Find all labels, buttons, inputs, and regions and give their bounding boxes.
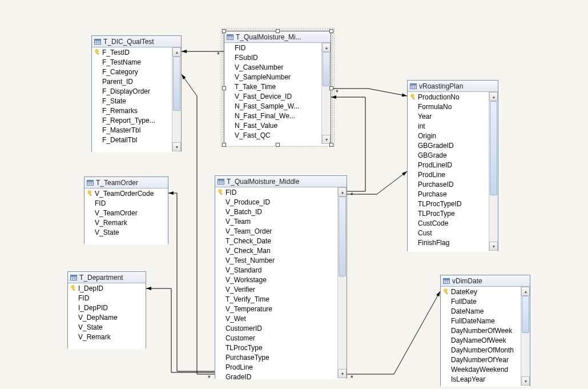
column-pk[interactable]: V_TeamOrderCode <box>84 189 168 198</box>
scroll-thumb[interactable] <box>490 101 497 195</box>
column[interactable]: I_DepPID <box>68 303 146 312</box>
column[interactable]: V_Test_Number <box>215 255 337 265</box>
table-header[interactable]: T_DIC_QualTest <box>92 36 181 47</box>
column[interactable]: CustCode <box>408 218 489 228</box>
scroll-up-button[interactable]: ▴ <box>172 47 181 57</box>
column[interactable]: Purchase <box>408 189 489 199</box>
column[interactable]: int <box>408 121 489 131</box>
column[interactable]: N_Fast_Sample_W... <box>224 101 321 111</box>
table-qualtest[interactable]: T_DIC_QualTestF_TestIDF_TestNameF_Catego… <box>91 35 182 152</box>
table-moisture_mi[interactable]: T_QualMoisture_Mi...FIDFSubIDV_CaseNumbe… <box>224 31 331 145</box>
scroll-up-button[interactable]: ▴ <box>322 43 331 52</box>
column[interactable]: FID <box>68 293 146 303</box>
column[interactable]: V_Check_Man <box>215 246 337 255</box>
column[interactable]: V_Standard <box>215 265 337 275</box>
column[interactable]: GBGradeID <box>408 141 489 150</box>
column[interactable]: F_Report_Type... <box>92 115 172 125</box>
column[interactable]: F_DetailTbl <box>92 135 172 145</box>
column[interactable]: F_State <box>92 96 172 106</box>
column[interactable]: V_CaseNumber <box>224 62 321 72</box>
resize-handle[interactable] <box>329 86 333 90</box>
column[interactable]: PurchaseType <box>215 352 337 362</box>
column[interactable]: V_Workstage <box>215 275 337 284</box>
column[interactable]: T_Verify_Time <box>215 294 337 304</box>
column[interactable]: V_Team_Order <box>215 226 337 236</box>
scroll-down-button[interactable]: ▾ <box>521 376 530 386</box>
column[interactable]: DayNameOfWeek <box>441 335 521 345</box>
column[interactable]: FullDate <box>441 296 521 306</box>
scroll-down-button[interactable]: ▾ <box>338 369 347 378</box>
vertical-scrollbar[interactable]: ▴▾ <box>337 187 347 378</box>
scroll-down-button[interactable]: ▾ <box>172 142 181 151</box>
scroll-track[interactable] <box>172 57 181 142</box>
column[interactable]: DayNumberOfWeek <box>441 326 521 335</box>
column[interactable]: TLProcType <box>215 343 337 352</box>
column[interactable]: ProdLine <box>408 170 489 179</box>
resize-handle[interactable] <box>276 29 280 33</box>
column[interactable]: T_Check_Date <box>215 236 337 246</box>
diagram-canvas[interactable]: * * * * * T_DIC_QualTestF_TestIDF_TestNa… <box>0 0 588 389</box>
scroll-up-button[interactable]: ▴ <box>521 287 530 296</box>
column[interactable]: V_Temperature <box>215 304 337 314</box>
table-department[interactable]: T_DepartmentI_DepIDFIDI_DepPIDV_DepNameV… <box>67 271 146 348</box>
column[interactable]: Customer <box>215 333 337 343</box>
column[interactable]: Origin <box>408 131 489 141</box>
column[interactable]: V_Batch_ID <box>215 207 337 216</box>
column[interactable]: F_MasterTbl <box>92 125 172 135</box>
column-pk[interactable]: I_DepID <box>68 283 146 293</box>
resize-handle[interactable] <box>222 86 226 90</box>
column[interactable]: V_Fast_QC <box>224 130 321 140</box>
table-header[interactable]: T_TeamOrder <box>84 177 168 189</box>
resize-handle[interactable] <box>276 143 280 147</box>
scroll-thumb[interactable] <box>339 196 346 276</box>
table-header[interactable]: T_QualMoisture_Middle <box>215 176 347 187</box>
column[interactable]: T_Take_Time <box>224 82 321 91</box>
column[interactable]: V_Verifier <box>215 284 337 294</box>
column[interactable]: TLProcType <box>408 208 489 218</box>
column[interactable]: PurchaseID <box>408 179 489 189</box>
vertical-scrollbar[interactable]: ▴▾ <box>489 92 498 251</box>
scroll-thumb[interactable] <box>323 52 330 86</box>
column[interactable]: V_Fast_Device_ID <box>224 91 321 101</box>
column[interactable]: V_State <box>84 227 168 237</box>
column[interactable]: Year <box>408 111 489 121</box>
column-pk[interactable]: ProductionNo <box>408 92 489 102</box>
table-header[interactable]: T_QualMoisture_Mi... <box>224 31 331 43</box>
column[interactable]: ProdLine <box>215 362 337 372</box>
table-roasting[interactable]: vRoastingPlanProductionNoFormulaNoYearin… <box>407 80 498 251</box>
column[interactable]: TLProcTypeID <box>408 199 489 208</box>
column[interactable]: N_Fast_Final_We... <box>224 111 321 121</box>
column[interactable]: GradeID <box>215 372 337 379</box>
column[interactable]: F_Category <box>92 67 172 77</box>
resize-handle[interactable] <box>222 143 226 147</box>
column[interactable]: V_State <box>68 322 146 332</box>
column[interactable]: DateName <box>441 306 521 316</box>
table-teamorder[interactable]: T_TeamOrderV_TeamOrderCodeFIDV_TeamOrder… <box>84 177 168 244</box>
table-dimdate[interactable]: vDimDateDateKeyFullDateDateNameFullDateN… <box>440 275 530 386</box>
column[interactable]: DayNumberOfYear <box>441 355 521 364</box>
column[interactable]: GBGrade <box>408 150 489 160</box>
column[interactable]: DayNumberOfMonth <box>441 345 521 355</box>
scroll-down-button[interactable]: ▾ <box>489 242 498 251</box>
table-header[interactable]: vRoastingPlan <box>408 81 498 92</box>
column[interactable]: FID <box>84 198 168 208</box>
column[interactable]: V_Remark <box>84 218 168 227</box>
column[interactable]: V_DepName <box>68 312 146 322</box>
scroll-up-button[interactable]: ▴ <box>489 92 498 101</box>
resize-handle[interactable] <box>222 29 226 33</box>
scroll-track[interactable] <box>521 296 530 376</box>
column[interactable]: F_DisplayOrder <box>92 86 172 96</box>
column[interactable]: FSubID <box>224 53 321 62</box>
scroll-track[interactable] <box>338 196 347 369</box>
column[interactable]: Parent_ID <box>92 77 172 86</box>
column[interactable]: WeekdayWeekend <box>441 364 521 374</box>
column[interactable]: CustomerID <box>215 323 337 333</box>
vertical-scrollbar[interactable]: ▴▾ <box>172 47 181 151</box>
column-pk[interactable]: F_TestID <box>92 47 172 57</box>
column-pk[interactable]: DateKey <box>441 287 521 296</box>
vertical-scrollbar[interactable]: ▴▾ <box>321 43 331 144</box>
scroll-thumb[interactable] <box>173 57 180 111</box>
column[interactable]: V_SampleNumber <box>224 72 321 82</box>
table-moisture_middle[interactable]: T_QualMoisture_MiddleFIDV_Produce_IDV_Ba… <box>215 175 347 379</box>
column[interactable]: V_Remark <box>68 332 146 342</box>
